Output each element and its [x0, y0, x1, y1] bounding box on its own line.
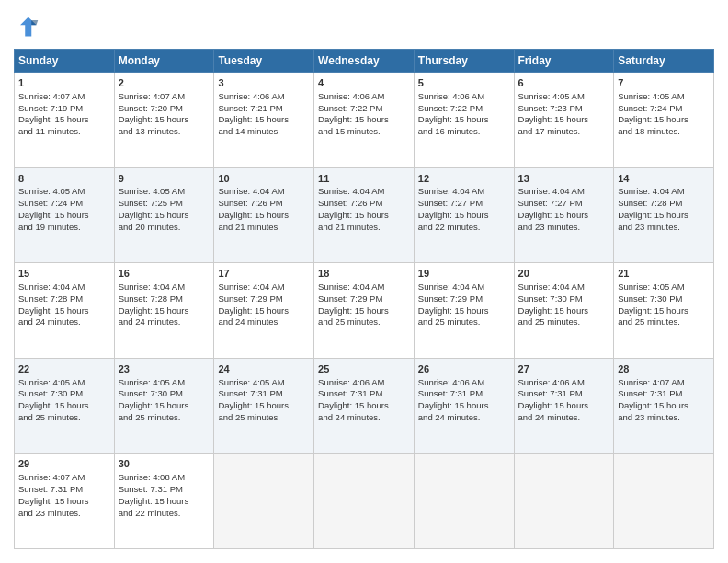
calendar-cell: 12Sunrise: 4:04 AMSunset: 7:27 PMDayligh… — [414, 167, 514, 263]
day-info-line: and 15 minutes. — [318, 126, 410, 138]
day-info-line: Sunrise: 4:04 AM — [518, 186, 610, 198]
day-number: 9 — [119, 172, 210, 186]
day-info-line: Sunrise: 4:05 AM — [18, 186, 110, 198]
day-info-line: and 20 minutes. — [119, 222, 210, 234]
day-number: 23 — [119, 362, 210, 376]
calendar-cell: 6Sunrise: 4:05 AMSunset: 7:23 PMDaylight… — [514, 73, 614, 168]
day-info-line: Daylight: 15 hours — [218, 210, 310, 222]
day-info-line: Sunrise: 4:05 AM — [119, 186, 210, 198]
day-info-line: Daylight: 15 hours — [618, 305, 710, 317]
day-info-line: Sunrise: 4:04 AM — [318, 186, 410, 198]
day-info-line: Sunrise: 4:05 AM — [518, 91, 610, 103]
day-info-line: Sunset: 7:28 PM — [119, 293, 210, 305]
day-number: 11 — [318, 172, 410, 186]
calendar-table: SundayMondayTuesdayWednesdayThursdayFrid… — [14, 49, 714, 549]
day-info-line: and 24 minutes. — [518, 412, 610, 424]
day-info-line: and 23 minutes. — [618, 412, 710, 424]
day-info-line: Sunset: 7:27 PM — [418, 198, 510, 210]
day-info-line: Sunset: 7:28 PM — [18, 293, 110, 305]
day-info-line: and 21 minutes. — [218, 222, 310, 234]
calendar-cell: 2Sunrise: 4:07 AMSunset: 7:20 PMDaylight… — [114, 73, 214, 168]
calendar-cell: 9Sunrise: 4:05 AMSunset: 7:25 PMDaylight… — [114, 167, 214, 263]
col-header-saturday: Saturday — [614, 50, 714, 73]
day-number: 3 — [218, 76, 310, 90]
day-info-line: Sunrise: 4:05 AM — [18, 377, 110, 389]
day-info-line: Sunset: 7:26 PM — [318, 198, 410, 210]
logo — [14, 14, 43, 40]
calendar-cell: 16Sunrise: 4:04 AMSunset: 7:28 PMDayligh… — [114, 263, 214, 359]
day-number: 6 — [518, 76, 610, 90]
day-info-line: Sunrise: 4:06 AM — [218, 91, 310, 103]
day-info-line: Sunset: 7:21 PM — [218, 103, 310, 115]
day-number: 17 — [218, 267, 310, 281]
day-number: 18 — [318, 267, 410, 281]
day-info-line: Sunrise: 4:04 AM — [518, 282, 610, 293]
day-info-line: Daylight: 15 hours — [518, 305, 610, 317]
day-info-line: Sunset: 7:28 PM — [618, 198, 710, 210]
day-info-line: and 24 minutes. — [218, 316, 310, 328]
calendar-cell — [314, 454, 415, 549]
day-info-line: Sunrise: 4:04 AM — [218, 186, 310, 198]
day-info-line: Daylight: 15 hours — [618, 400, 710, 412]
day-info-line: Sunset: 7:24 PM — [618, 103, 710, 115]
day-info-line: and 24 minutes. — [318, 412, 410, 424]
calendar-week-row: 8Sunrise: 4:05 AMSunset: 7:24 PMDaylight… — [15, 167, 714, 263]
day-number: 22 — [18, 362, 110, 376]
day-info-line: Sunset: 7:30 PM — [18, 388, 110, 400]
calendar-cell: 4Sunrise: 4:06 AMSunset: 7:22 PMDaylight… — [314, 73, 415, 168]
day-info-line: Daylight: 15 hours — [218, 400, 310, 412]
day-info-line: Daylight: 15 hours — [218, 305, 310, 317]
day-info-line: Sunrise: 4:07 AM — [18, 91, 110, 103]
calendar-cell: 24Sunrise: 4:05 AMSunset: 7:31 PMDayligh… — [214, 358, 314, 454]
day-number: 4 — [318, 76, 410, 90]
day-info-line: Daylight: 15 hours — [618, 210, 710, 222]
day-info-line: Daylight: 15 hours — [18, 496, 110, 508]
day-number: 26 — [418, 362, 510, 376]
day-info-line: and 11 minutes. — [18, 126, 110, 138]
day-info-line: Sunset: 7:31 PM — [518, 388, 610, 400]
day-info-line: and 24 minutes. — [418, 412, 510, 424]
day-info-line: Sunset: 7:29 PM — [318, 293, 410, 305]
calendar-cell: 5Sunrise: 4:06 AMSunset: 7:22 PMDaylight… — [414, 73, 514, 168]
day-info-line: Daylight: 15 hours — [119, 496, 210, 508]
day-info-line: Sunset: 7:22 PM — [318, 103, 410, 115]
day-info-line: and 25 minutes. — [318, 316, 410, 328]
calendar-cell — [214, 454, 314, 549]
calendar-cell: 20Sunrise: 4:04 AMSunset: 7:30 PMDayligh… — [514, 263, 614, 359]
day-info-line: Sunset: 7:31 PM — [618, 388, 710, 400]
day-info-line: Sunset: 7:30 PM — [119, 388, 210, 400]
day-info-line: and 14 minutes. — [218, 126, 310, 138]
calendar-cell: 27Sunrise: 4:06 AMSunset: 7:31 PMDayligh… — [514, 358, 614, 454]
day-number: 2 — [119, 76, 210, 90]
calendar-cell: 18Sunrise: 4:04 AMSunset: 7:29 PMDayligh… — [314, 263, 415, 359]
calendar-week-row: 29Sunrise: 4:07 AMSunset: 7:31 PMDayligh… — [15, 454, 714, 549]
day-info-line: Sunrise: 4:05 AM — [218, 377, 310, 389]
day-info-line: Sunset: 7:31 PM — [119, 484, 210, 496]
day-info-line: Daylight: 15 hours — [318, 210, 410, 222]
day-info-line: Sunset: 7:30 PM — [618, 293, 710, 305]
day-info-line: Sunrise: 4:04 AM — [418, 186, 510, 198]
day-number: 1 — [18, 76, 110, 90]
calendar-cell: 14Sunrise: 4:04 AMSunset: 7:28 PMDayligh… — [614, 167, 714, 263]
day-number: 25 — [318, 362, 410, 376]
day-info-line: Daylight: 15 hours — [119, 210, 210, 222]
day-info-line: and 23 minutes. — [618, 222, 710, 234]
day-info-line: Sunset: 7:29 PM — [218, 293, 310, 305]
day-info-line: Daylight: 15 hours — [418, 400, 510, 412]
day-info-line: and 16 minutes. — [418, 126, 510, 138]
day-info-line: Sunset: 7:26 PM — [218, 198, 310, 210]
col-header-tuesday: Tuesday — [214, 50, 314, 73]
day-number: 30 — [119, 457, 210, 471]
day-info-line: Sunrise: 4:07 AM — [18, 472, 110, 484]
day-info-line: Sunrise: 4:06 AM — [418, 377, 510, 389]
calendar-cell: 26Sunrise: 4:06 AMSunset: 7:31 PMDayligh… — [414, 358, 514, 454]
calendar-cell: 23Sunrise: 4:05 AMSunset: 7:30 PMDayligh… — [114, 358, 214, 454]
calendar-cell — [514, 454, 614, 549]
day-number: 13 — [518, 172, 610, 186]
day-number: 24 — [218, 362, 310, 376]
calendar-cell: 17Sunrise: 4:04 AMSunset: 7:29 PMDayligh… — [214, 263, 314, 359]
day-info-line: Daylight: 15 hours — [18, 305, 110, 317]
day-info-line: Daylight: 15 hours — [418, 210, 510, 222]
day-info-line: Sunrise: 4:05 AM — [618, 282, 710, 293]
calendar-cell: 11Sunrise: 4:04 AMSunset: 7:26 PMDayligh… — [314, 167, 415, 263]
